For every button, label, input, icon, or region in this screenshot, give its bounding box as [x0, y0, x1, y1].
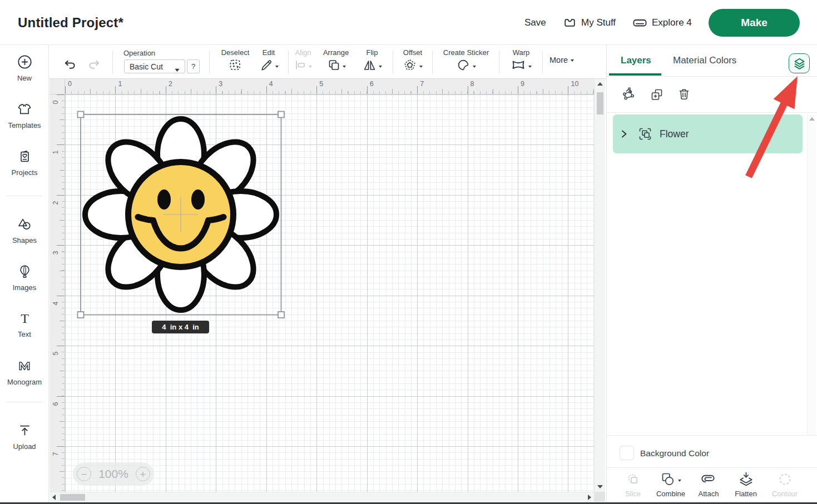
horizontal-scrollbar[interactable]: [49, 492, 594, 502]
expand-chevron-icon[interactable]: [620, 129, 628, 139]
flatten-button[interactable]: Flatten: [730, 472, 761, 498]
combine-button[interactable]: Combine: [653, 472, 688, 498]
v-ruler-number: 5: [52, 348, 60, 359]
background-color-row: Background Color: [607, 435, 817, 467]
sidebar-item-templates[interactable]: Templates: [0, 101, 49, 129]
undo-button[interactable]: [62, 58, 77, 73]
selection-size-badge: 4 in x 4 in: [152, 321, 209, 333]
pencil-icon: [259, 58, 273, 74]
contour-label: Contour: [769, 490, 800, 498]
trash-icon[interactable]: [677, 87, 691, 104]
weld-nodes-icon[interactable]: [621, 87, 636, 104]
more-button[interactable]: More: [549, 56, 574, 64]
edit-label: Edit: [253, 49, 284, 57]
dropdown-caret-icon: [571, 59, 574, 63]
scroll-down-icon[interactable]: [597, 485, 603, 488]
flower-left-eye: [157, 189, 171, 209]
h-ruler-number: 8: [471, 80, 474, 88]
sidebar-item-monogram[interactable]: Monogram: [0, 358, 49, 386]
zoom-control: − 100% +: [73, 462, 154, 486]
zoom-in-button[interactable]: +: [136, 467, 150, 481]
operation-help-button[interactable]: ?: [187, 59, 200, 73]
duplicate-icon[interactable]: [650, 87, 664, 104]
create-sticker-button[interactable]: Create Sticker: [442, 49, 491, 74]
sidebar-item-upload[interactable]: Upload: [0, 423, 49, 451]
sidebar-item-label: New: [0, 74, 49, 82]
edit-button[interactable]: Edit: [253, 49, 284, 74]
v-ruler-number: 7: [52, 448, 60, 460]
horizontal-scrollbar-thumb[interactable]: [60, 494, 85, 501]
h-ruler-number: 4: [269, 80, 273, 88]
design-canvas[interactable]: [65, 94, 594, 492]
zoom-out-button[interactable]: −: [77, 467, 91, 481]
flower-artwork[interactable]: [65, 94, 594, 492]
text-icon: T: [0, 311, 49, 328]
attach-button[interactable]: Attach: [694, 472, 724, 498]
warp-button[interactable]: Warp: [507, 49, 536, 74]
sidebar-item-projects[interactable]: Projects: [0, 149, 49, 177]
warp-label: Warp: [507, 49, 536, 57]
toolbar-divider: [499, 51, 499, 74]
flip-button[interactable]: Flip: [359, 49, 385, 74]
create-sticker-label: Create Sticker: [442, 49, 491, 57]
sidebar-item-shapes[interactable]: Shapes: [0, 217, 49, 244]
layers-panel: Layers Material Colors: [606, 45, 817, 502]
v-ruler-number: 4: [52, 298, 60, 309]
flatten-icon: [738, 471, 754, 489]
dropdown-caret-icon: [473, 66, 476, 69]
v-ruler-number: 2: [52, 197, 60, 208]
h-ruler-number: 9: [521, 80, 524, 88]
horizontal-ruler: 012345678910: [65, 79, 594, 94]
h-ruler-number: 6: [370, 80, 374, 88]
combine-label: Combine: [653, 490, 688, 498]
project-card-icon: [0, 149, 49, 166]
ruler-corner: [49, 79, 65, 94]
vertical-scrollbar-thumb[interactable]: [597, 92, 603, 114]
offset-button[interactable]: Offset: [398, 49, 427, 74]
collapse-layers-panel-button[interactable]: [789, 53, 810, 73]
panel-tabs: Layers Material Colors: [607, 45, 817, 77]
save-button[interactable]: Save: [524, 0, 546, 45]
inbox-icon: [563, 16, 577, 29]
tab-material-colors[interactable]: Material Colors: [673, 45, 736, 76]
toolbar-divider: [112, 51, 113, 74]
my-stuff-label: My Stuff: [581, 17, 616, 28]
contour-button[interactable]: Contour: [769, 472, 800, 498]
contour-icon: [778, 472, 793, 489]
h-ruler-number: 5: [319, 80, 323, 88]
layer-row-flower[interactable]: Flower: [613, 114, 803, 153]
my-stuff-button[interactable]: My Stuff: [563, 0, 616, 45]
panel-scrollbar[interactable]: [807, 114, 816, 479]
sidebar-item-label: Shapes: [0, 236, 49, 244]
redo-button[interactable]: [87, 58, 102, 73]
cricut-design-space-app: Untitled Project* Save My Stuff Explore …: [0, 0, 817, 504]
monogram-icon: [0, 358, 49, 376]
sidebar-item-text[interactable]: T Text: [0, 311, 49, 338]
machine-icon: [632, 17, 647, 29]
group-icon: [637, 126, 653, 142]
align-button[interactable]: Align: [291, 49, 315, 74]
tab-layers[interactable]: Layers: [621, 45, 651, 76]
explore-machine-button[interactable]: Explore 4: [632, 0, 692, 45]
sidebar-item-images[interactable]: Images: [0, 264, 49, 292]
slice-button[interactable]: Slice: [620, 472, 646, 498]
scroll-right-icon[interactable]: [588, 495, 591, 500]
make-button[interactable]: Make: [709, 9, 800, 37]
scroll-left-icon[interactable]: [52, 495, 56, 500]
arrange-button[interactable]: Arrange: [320, 49, 352, 74]
zoom-level: 100%: [94, 467, 133, 481]
operation-select[interactable]: Basic Cut: [124, 59, 185, 73]
sidebar-item-label: Upload: [0, 442, 49, 451]
h-ruler-number: 1: [118, 80, 122, 88]
dropdown-caret-icon: [419, 66, 423, 69]
vertical-scrollbar[interactable]: [594, 79, 605, 492]
background-color-label: Background Color: [640, 448, 709, 458]
dropdown-caret-icon: [678, 480, 681, 483]
scroll-up-icon[interactable]: [597, 82, 603, 86]
deselect-button[interactable]: Deselect: [217, 49, 254, 74]
offset-label: Offset: [398, 49, 427, 57]
panel-scroll-up-icon[interactable]: [809, 117, 815, 121]
sidebar-item-new[interactable]: New: [0, 54, 49, 82]
background-color-checkbox[interactable]: [620, 446, 634, 460]
sidebar-divider: [7, 196, 42, 196]
